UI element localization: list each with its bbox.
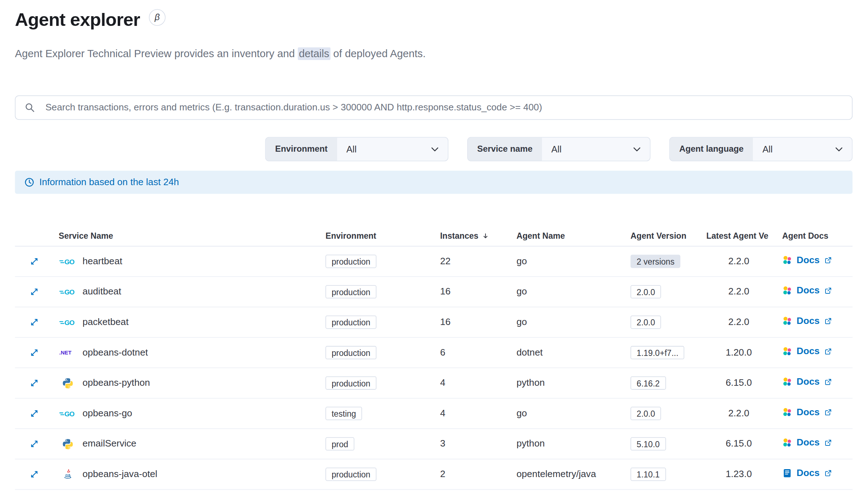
dotnet-icon	[59, 348, 76, 357]
expand-row-button[interactable]	[26, 375, 42, 391]
table-row: packetbeat production 16 go 2.0.0 2.2.0 …	[15, 307, 853, 338]
elastic-icon	[782, 438, 792, 448]
expand-row-button[interactable]	[26, 284, 42, 299]
docs-link-label: Docs	[797, 437, 820, 448]
instances-header[interactable]: Instances	[435, 231, 511, 240]
expand-row-button[interactable]	[26, 436, 42, 452]
python-icon	[59, 438, 76, 449]
docs-link-label: Docs	[797, 285, 820, 296]
instances-header-label: Instances	[440, 231, 478, 240]
service-name: packetbeat	[82, 317, 128, 328]
docs-link-label: Docs	[797, 346, 820, 357]
environment-badge: testing	[326, 407, 362, 420]
beta-badge[interactable]: β	[149, 9, 166, 26]
expand-icon	[30, 379, 39, 388]
environment-filter[interactable]: Environment All	[265, 137, 448, 161]
service-name: auditbeat	[82, 286, 121, 297]
instances-count: 22	[435, 256, 511, 267]
clock-icon	[24, 177, 35, 187]
latest-agent-version: 1.23.0	[701, 469, 777, 480]
environment-badge: production	[326, 285, 377, 298]
latest-agent-version: 6.15.0	[701, 377, 777, 389]
table-row: opbeans-go testing 4 go 2.0.0 2.2.0 Docs	[15, 399, 853, 429]
agent-version-badge[interactable]: 1.10.1	[630, 468, 666, 481]
service-name-filter[interactable]: Service name All	[467, 137, 650, 161]
page-description: Agent Explorer Technical Preview provide…	[15, 46, 853, 61]
agent-docs-link[interactable]: Docs	[782, 255, 832, 266]
agent-name: dotnet	[511, 347, 625, 358]
expand-icon	[30, 287, 39, 296]
instances-count: 16	[435, 286, 511, 297]
agent-explorer-page: Agent explorer β Agent Explorer Technica…	[0, 9, 868, 490]
filter-bar: Environment All Service name All Agent l…	[15, 137, 853, 161]
latest-agent-version-header[interactable]: Latest Agent Ve	[701, 231, 777, 240]
agent-version-badge[interactable]: 5.10.0	[630, 437, 666, 450]
search-icon	[25, 103, 35, 113]
elastic-icon	[782, 286, 792, 296]
agent-docs-link[interactable]: Docs	[782, 407, 832, 418]
service-name-header[interactable]: Service Name	[53, 231, 320, 240]
expand-row-button[interactable]	[26, 253, 42, 269]
agent-name-header[interactable]: Agent Name	[511, 231, 625, 240]
agent-version-badge[interactable]: 6.16.2	[630, 376, 666, 390]
instances-count: 6	[435, 347, 511, 358]
agents-table: Service Name Environment Instances Agent…	[15, 225, 853, 490]
agent-docs-link[interactable]: Docs	[782, 468, 832, 479]
agent-version-badge[interactable]: 2.0.0	[630, 407, 661, 420]
latest-agent-version: 1.20.0	[701, 347, 777, 358]
table-row: opbeans-python production 4 python 6.16.…	[15, 368, 853, 399]
agent-name: opentelemetry/java	[511, 469, 625, 480]
table-row: auditbeat production 16 go 2.0.0 2.2.0 D…	[15, 277, 853, 307]
service-name: heartbeat	[82, 256, 122, 267]
environment-badge: production	[326, 255, 377, 268]
table-row: opbeans-dotnet production 6 dotnet 1.19.…	[15, 338, 853, 368]
expand-icon	[30, 409, 39, 418]
agent-language-filter[interactable]: Agent language All	[669, 137, 853, 161]
expand-row-button[interactable]	[26, 467, 42, 482]
elastic-icon	[782, 316, 792, 326]
agent-docs-link[interactable]: Docs	[782, 376, 832, 388]
elastic-icon	[782, 377, 792, 387]
service-name-filter-label: Service name	[468, 137, 542, 161]
environment-badge: production	[326, 376, 377, 390]
latest-agent-version: 2.2.0	[701, 286, 777, 297]
agent-docs-link[interactable]: Docs	[782, 316, 832, 327]
service-name: emailService	[82, 438, 136, 449]
external-link-icon	[824, 256, 832, 264]
info-banner-text: Information based on the last 24h	[39, 177, 179, 188]
docs-link-label: Docs	[797, 468, 820, 479]
search-bar[interactable]	[15, 96, 853, 120]
agent-version-badge[interactable]: 2 versions	[630, 255, 681, 268]
agent-version-badge[interactable]: 2.0.0	[630, 316, 661, 329]
expand-row-button[interactable]	[26, 315, 42, 330]
table-row: emailService prod 3 python 5.10.0 6.15.0…	[15, 429, 853, 459]
agent-version-header[interactable]: Agent Version	[625, 231, 701, 240]
go-icon	[59, 287, 76, 297]
agent-name: go	[511, 408, 625, 419]
external-link-icon	[824, 287, 832, 295]
chevron-down-icon	[834, 145, 844, 154]
app-viewport: Agent explorer β Agent Explorer Technica…	[0, 9, 868, 499]
table-row: heartbeat production 22 go 2 versions 2.…	[15, 246, 853, 277]
agent-name: go	[511, 317, 625, 328]
docs-link-label: Docs	[797, 255, 820, 266]
service-name-filter-value: All	[542, 137, 632, 161]
external-link-icon	[824, 439, 832, 447]
table-body: heartbeat production 22 go 2 versions 2.…	[15, 246, 853, 490]
agent-version-badge[interactable]: 1.19.0+f7...	[630, 346, 684, 359]
search-input[interactable]	[45, 96, 852, 119]
external-link-icon	[824, 469, 832, 477]
docs-link-label: Docs	[797, 407, 820, 418]
agent-docs-link[interactable]: Docs	[782, 346, 832, 357]
agent-docs-link[interactable]: Docs	[782, 437, 832, 448]
agent-docs-link[interactable]: Docs	[782, 285, 832, 296]
service-name: opbeans-go	[82, 408, 132, 419]
go-icon	[59, 409, 76, 418]
expand-row-button[interactable]	[26, 406, 42, 421]
expand-row-button[interactable]	[26, 345, 42, 360]
documentation-icon	[782, 468, 792, 478]
agent-version-badge[interactable]: 2.0.0	[630, 285, 661, 298]
instances-count: 16	[435, 317, 511, 328]
instances-count: 4	[435, 408, 511, 419]
environment-header[interactable]: Environment	[320, 231, 434, 240]
